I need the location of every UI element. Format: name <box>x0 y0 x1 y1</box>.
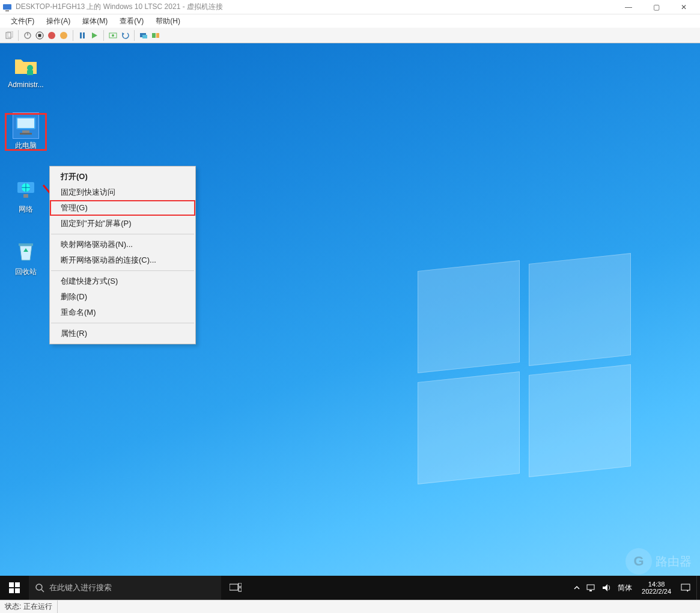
watermark: G 路由器 <box>625 548 692 575</box>
tray-network-button[interactable] <box>586 584 596 592</box>
svg-rect-41 <box>587 585 594 590</box>
svg-rect-21 <box>27 70 33 75</box>
stop-icon[interactable] <box>34 30 45 41</box>
menu-action[interactable]: 操作(A) <box>40 15 76 28</box>
svg-marker-12 <box>92 32 97 38</box>
menu-file[interactable]: 文件(F) <box>5 15 40 28</box>
ctx-separator <box>51 323 194 323</box>
share-icon[interactable] <box>150 30 161 41</box>
menu-view[interactable]: 查看(V) <box>114 15 150 28</box>
svg-rect-44 <box>681 584 690 590</box>
svg-rect-40 <box>239 588 242 591</box>
vm-titlebar: DESKTOP-H1FGH13 上的 Windows 10 LTSC 2021 … <box>0 0 700 14</box>
ctx-create-shortcut[interactable]: 创建快捷方式(S) <box>50 273 195 289</box>
taskbar-spacer <box>250 576 567 600</box>
task-view-icon <box>230 583 242 593</box>
taskbar-search[interactable]: 在此键入进行搜索 <box>29 576 221 600</box>
volume-icon <box>602 584 612 592</box>
menu-help[interactable]: 帮助(H) <box>150 15 186 28</box>
taskbar: 在此键入进行搜索 简体 14:38 2022/2/24 <box>0 576 700 600</box>
vm-app-icon <box>2 2 12 12</box>
network-tray-icon <box>586 584 596 592</box>
watermark-text: 路由器 <box>656 554 692 570</box>
tray-date: 2022/2/24 <box>642 588 671 595</box>
svg-rect-19 <box>156 33 159 38</box>
tray-volume-button[interactable] <box>602 584 612 592</box>
ctx-map-drive[interactable]: 映射网络驱动器(N)... <box>50 237 195 252</box>
task-view-button[interactable] <box>221 576 250 600</box>
status-value: 正在运行 <box>23 602 52 612</box>
status-label: 状态: <box>5 602 21 612</box>
ctx-manage[interactable]: 管理(G) <box>50 200 195 216</box>
svg-rect-35 <box>15 588 20 593</box>
enhanced-session-icon[interactable] <box>138 30 149 41</box>
svg-marker-43 <box>603 584 607 591</box>
minimize-button[interactable]: — <box>615 0 642 14</box>
watermark-badge-icon: G <box>625 548 652 575</box>
windows-logo-wallpaper <box>418 266 634 482</box>
tray-overflow-button[interactable] <box>573 584 580 591</box>
vm-title-text: DESKTOP-H1FGH13 上的 Windows 10 LTSC 2021 … <box>16 2 615 12</box>
reset-icon[interactable] <box>58 30 69 41</box>
svg-rect-33 <box>15 582 20 587</box>
chevron-up-icon <box>573 584 580 591</box>
svg-point-36 <box>36 584 42 590</box>
maximize-button[interactable]: ▢ <box>642 0 670 14</box>
svg-point-20 <box>27 65 33 71</box>
svg-rect-0 <box>3 4 11 10</box>
ctx-pin-quick-access[interactable]: 固定到快速访问 <box>50 185 195 200</box>
start-button[interactable] <box>0 576 29 600</box>
svg-line-37 <box>41 590 44 592</box>
svg-rect-17 <box>142 35 147 38</box>
ctx-delete[interactable]: 删除(D) <box>50 289 195 305</box>
toolbar-sep <box>18 30 19 41</box>
ctx-properties[interactable]: 属性(R) <box>50 326 195 341</box>
ctx-disconnect-drive[interactable]: 断开网络驱动器的连接(C)... <box>50 252 195 268</box>
ctx-pin-start[interactable]: 固定到"开始"屏幕(P) <box>50 216 195 231</box>
svg-point-8 <box>48 32 55 39</box>
copy-icon[interactable] <box>4 30 14 41</box>
snapshot-icon[interactable] <box>108 30 118 41</box>
desktop-icon-this-pc[interactable]: 此电脑 <box>5 113 47 151</box>
guest-desktop[interactable]: Administr... 此电脑 网络 回收站 打开(O <box>0 43 700 600</box>
desktop-icon-recycle-bin[interactable]: 回收站 <box>5 239 47 277</box>
svg-rect-34 <box>9 588 14 593</box>
windows-start-icon <box>9 582 20 593</box>
ctx-separator <box>51 234 194 234</box>
shutdown-icon[interactable] <box>46 30 57 41</box>
vm-menubar: 文件(F) 操作(A) 媒体(M) 查看(V) 帮助(H) <box>0 14 700 28</box>
svg-point-9 <box>60 32 67 39</box>
svg-rect-39 <box>239 583 242 587</box>
toolbar-sep <box>73 30 73 41</box>
tray-time: 14:38 <box>642 581 671 588</box>
tray-action-center-button[interactable] <box>681 584 690 592</box>
svg-rect-42 <box>589 590 592 591</box>
svg-rect-7 <box>38 34 41 37</box>
show-desktop-button[interactable] <box>696 576 700 600</box>
desktop-icon-network[interactable]: 网络 <box>5 177 47 215</box>
svg-rect-24 <box>22 130 29 133</box>
menu-media[interactable]: 媒体(M) <box>76 15 114 28</box>
svg-rect-18 <box>152 33 156 38</box>
svg-rect-25 <box>20 133 32 135</box>
revert-icon[interactable] <box>120 30 130 41</box>
desktop-icon-administrator[interactable]: Administr... <box>5 53 47 89</box>
recycle-bin-icon <box>13 239 38 264</box>
svg-rect-23 <box>17 118 34 128</box>
svg-rect-28 <box>23 194 28 198</box>
svg-rect-11 <box>83 32 85 38</box>
ctx-separator <box>51 270 194 271</box>
svg-marker-45 <box>687 590 689 592</box>
pause-icon[interactable] <box>77 30 88 41</box>
search-icon <box>35 583 44 593</box>
close-button[interactable]: ✕ <box>670 0 698 14</box>
ctx-rename[interactable]: 重命名(M) <box>50 305 195 320</box>
tray-ime-button[interactable]: 简体 <box>618 583 632 593</box>
svg-rect-29 <box>19 243 33 246</box>
tray-clock[interactable]: 14:38 2022/2/24 <box>638 578 675 597</box>
play-icon[interactable] <box>89 30 100 41</box>
power-off-icon[interactable] <box>22 30 33 41</box>
context-menu-this-pc: 打开(O) 固定到快速访问 管理(G) 固定到"开始"屏幕(P) 映射网络驱动器… <box>49 166 196 344</box>
ctx-open[interactable]: 打开(O) <box>50 169 195 185</box>
vm-statusbar: 状态: 正在运行 <box>0 600 700 613</box>
